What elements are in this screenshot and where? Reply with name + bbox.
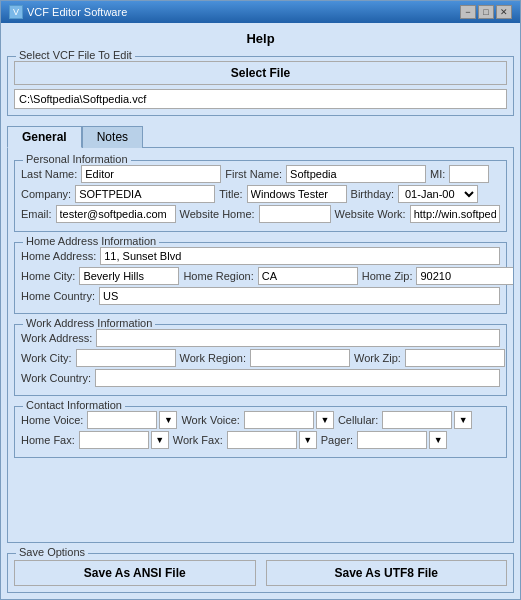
home-region-label: Home Region: bbox=[183, 270, 253, 282]
title-label: Title: bbox=[219, 188, 242, 200]
contact-info-label: Contact Information bbox=[23, 399, 125, 411]
tab-notes[interactable]: Notes bbox=[82, 126, 143, 148]
home-zip-input[interactable] bbox=[416, 267, 514, 285]
home-zip-label: Home Zip: bbox=[362, 270, 413, 282]
home-fax-input[interactable] bbox=[79, 431, 149, 449]
home-voice-dropdown[interactable]: ▼ bbox=[159, 411, 177, 429]
work-zip-label: Work Zip: bbox=[354, 352, 401, 364]
pager-group: ▼ bbox=[357, 431, 447, 449]
title-input[interactable] bbox=[247, 185, 347, 203]
email-input[interactable] bbox=[56, 205, 176, 223]
work-fax-label: Work Fax: bbox=[173, 434, 223, 446]
tab-general-content: Personal Information Last Name: First Na… bbox=[7, 147, 514, 543]
work-fax-input[interactable] bbox=[227, 431, 297, 449]
home-address-label: Home Address Information bbox=[23, 235, 159, 247]
website-work-input[interactable] bbox=[410, 205, 500, 223]
home-country-row: Home Country: bbox=[21, 287, 500, 305]
company-row: Company: Title: Birthday: 01-Jan-00 bbox=[21, 185, 500, 203]
email-row: Email: Website Home: Website Work: bbox=[21, 205, 500, 223]
home-address-street-label: Home Address: bbox=[21, 250, 96, 262]
work-country-row: Work Country: bbox=[21, 369, 500, 387]
birthday-dropdown[interactable]: 01-Jan-00 bbox=[398, 185, 478, 203]
save-options-group: Save Options Save As ANSI File Save As U… bbox=[7, 553, 514, 593]
home-fax-label: Home Fax: bbox=[21, 434, 75, 446]
pager-label: Pager: bbox=[321, 434, 353, 446]
home-address-row: Home Address: bbox=[21, 247, 500, 265]
work-voice-input[interactable] bbox=[244, 411, 314, 429]
title-bar-left: V VCF Editor Software bbox=[9, 5, 127, 19]
home-region-input[interactable] bbox=[258, 267, 358, 285]
first-name-input[interactable] bbox=[286, 165, 426, 183]
work-city-label: Work City: bbox=[21, 352, 72, 364]
home-city-input[interactable] bbox=[79, 267, 179, 285]
save-buttons: Save As ANSI File Save As UTF8 File bbox=[14, 560, 507, 586]
work-city-row: Work City: Work Region: Work Zip: bbox=[21, 349, 500, 367]
company-input[interactable] bbox=[75, 185, 215, 203]
work-address-row: Work Address: bbox=[21, 329, 500, 347]
home-address-group: Home Address Information Home Address: H… bbox=[14, 242, 507, 314]
work-zip-input[interactable] bbox=[405, 349, 505, 367]
save-utf8-button[interactable]: Save As UTF8 File bbox=[266, 560, 508, 586]
website-home-input[interactable] bbox=[259, 205, 331, 223]
home-address-input[interactable] bbox=[100, 247, 500, 265]
work-address-street-label: Work Address: bbox=[21, 332, 92, 344]
cellular-group: ▼ bbox=[382, 411, 472, 429]
work-address-label: Work Address Information bbox=[23, 317, 155, 329]
work-country-label: Work Country: bbox=[21, 372, 91, 384]
title-bar: V VCF Editor Software − □ ✕ bbox=[1, 1, 520, 23]
select-vcf-group: Select VCF File To Edit Select File bbox=[7, 56, 514, 116]
cellular-label: Cellular: bbox=[338, 414, 378, 426]
work-region-label: Work Region: bbox=[180, 352, 246, 364]
window-title: VCF Editor Software bbox=[27, 6, 127, 18]
minimize-button[interactable]: − bbox=[460, 5, 476, 19]
personal-info-group: Personal Information Last Name: First Na… bbox=[14, 160, 507, 232]
website-home-label: Website Home: bbox=[180, 208, 255, 220]
work-voice-label: Work Voice: bbox=[181, 414, 240, 426]
work-city-input[interactable] bbox=[76, 349, 176, 367]
home-city-label: Home City: bbox=[21, 270, 75, 282]
cellular-input[interactable] bbox=[382, 411, 452, 429]
work-address-input[interactable] bbox=[96, 329, 500, 347]
company-label: Company: bbox=[21, 188, 71, 200]
file-path-input[interactable] bbox=[14, 89, 507, 109]
app-icon: V bbox=[9, 5, 23, 19]
restore-button[interactable]: □ bbox=[478, 5, 494, 19]
select-file-button[interactable]: Select File bbox=[14, 61, 507, 85]
main-window: V VCF Editor Software − □ ✕ Help Select … bbox=[0, 0, 521, 600]
personal-info-label: Personal Information bbox=[23, 153, 131, 165]
work-address-group: Work Address Information Work Address: W… bbox=[14, 324, 507, 396]
pager-dropdown[interactable]: ▼ bbox=[429, 431, 447, 449]
first-name-label: First Name: bbox=[225, 168, 282, 180]
work-voice-group: ▼ bbox=[244, 411, 334, 429]
help-title: Help bbox=[7, 27, 514, 50]
home-country-input[interactable] bbox=[99, 287, 500, 305]
home-voice-label: Home Voice: bbox=[21, 414, 83, 426]
work-region-input[interactable] bbox=[250, 349, 350, 367]
tab-general[interactable]: General bbox=[7, 126, 82, 148]
mi-label: MI: bbox=[430, 168, 445, 180]
fax-row: Home Fax: ▼ Work Fax: ▼ Pager: bbox=[21, 431, 500, 449]
home-fax-dropdown[interactable]: ▼ bbox=[151, 431, 169, 449]
cellular-dropdown[interactable]: ▼ bbox=[454, 411, 472, 429]
email-label: Email: bbox=[21, 208, 52, 220]
tabs: General Notes bbox=[7, 126, 514, 148]
home-city-row: Home City: Home Region: Home Zip: bbox=[21, 267, 500, 285]
save-ansi-button[interactable]: Save As ANSI File bbox=[14, 560, 256, 586]
name-row: Last Name: First Name: MI: bbox=[21, 165, 500, 183]
work-fax-dropdown[interactable]: ▼ bbox=[299, 431, 317, 449]
work-country-input[interactable] bbox=[95, 369, 500, 387]
work-voice-dropdown[interactable]: ▼ bbox=[316, 411, 334, 429]
home-voice-input[interactable] bbox=[87, 411, 157, 429]
last-name-label: Last Name: bbox=[21, 168, 77, 180]
contact-info-group: Contact Information Home Voice: ▼ Work V… bbox=[14, 406, 507, 458]
last-name-input[interactable] bbox=[81, 165, 221, 183]
select-vcf-label: Select VCF File To Edit bbox=[16, 49, 135, 61]
voice-row: Home Voice: ▼ Work Voice: ▼ Cellular: bbox=[21, 411, 500, 429]
website-work-label: Website Work: bbox=[335, 208, 406, 220]
close-button[interactable]: ✕ bbox=[496, 5, 512, 19]
home-voice-group: ▼ bbox=[87, 411, 177, 429]
window-content: Help Select VCF File To Edit Select File… bbox=[1, 23, 520, 599]
birthday-label: Birthday: bbox=[351, 188, 394, 200]
pager-input[interactable] bbox=[357, 431, 427, 449]
mi-input[interactable] bbox=[449, 165, 489, 183]
